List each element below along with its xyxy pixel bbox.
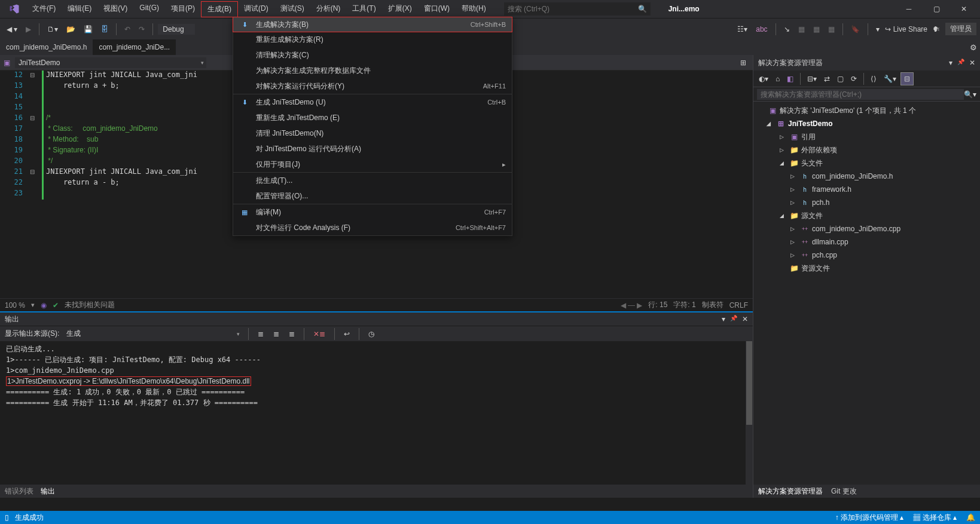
git-tab[interactable]: Git 更改 (831, 486, 857, 497)
pin-icon[interactable]: 📌 (730, 315, 737, 323)
output-tb3[interactable]: ≣ (286, 328, 298, 340)
se-wrench-icon[interactable]: 🔧▾ (881, 73, 899, 85)
tree-node[interactable]: ◢📁源文件 (753, 209, 980, 222)
tb-icon-a[interactable]: ☷▾ (734, 23, 750, 35)
menu-12[interactable]: 帮助(H) (456, 1, 492, 17)
menu-item[interactable]: 仅用于项目(J)▸ (233, 157, 512, 172)
menu-item[interactable]: ⬇生成解决方案(B)Ctrl+Shift+B (233, 17, 512, 32)
tab-header[interactable]: com_jnidemo_JniDemo.h (0, 39, 93, 55)
solution-config[interactable]: Debug (158, 24, 194, 35)
se-tb1[interactable]: ◐▾ (756, 73, 771, 85)
clock-icon[interactable]: ◷ (365, 328, 377, 340)
se-tb5[interactable]: ▢ (834, 73, 847, 85)
se-tb6[interactable]: ⟳ (848, 73, 860, 85)
tab-settings-icon[interactable]: ⚙ (967, 41, 980, 54)
tb-icon-d[interactable]: ▦ (795, 23, 808, 35)
tree-node[interactable]: ▷📁外部依赖项 (753, 143, 980, 157)
tab-cpp[interactable]: com_jnidemo_JniDe... (93, 39, 176, 55)
search-input[interactable] (508, 5, 638, 13)
menu-item[interactable]: 为解决方案生成完整程序数据库文件 (233, 63, 512, 78)
se-tb3[interactable]: ⊟▾ (804, 73, 820, 85)
redo-icon[interactable]: ↷ (136, 23, 148, 35)
tree-node[interactable]: ◢📁头文件 (753, 157, 980, 170)
se-tb8[interactable]: ⊟ (900, 72, 914, 85)
tb-icon-h[interactable]: ▾ (873, 23, 883, 35)
tree-node[interactable]: ▷hframework.h (753, 183, 980, 196)
output-dropdown-icon[interactable]: ▾ (722, 315, 725, 323)
zoom-label[interactable]: 100 % (5, 301, 25, 310)
se-home-icon[interactable]: ⌂ (773, 73, 783, 85)
tree-node[interactable]: ▷++pch.cpp (753, 249, 980, 262)
menu-4[interactable]: 项目(P) (165, 1, 201, 17)
menu-item[interactable]: 对解决方案运行代码分析(Y)Alt+F11 (233, 78, 512, 94)
menu-2[interactable]: 视图(V) (97, 1, 133, 17)
menu-5[interactable]: 生成(B) (201, 1, 238, 17)
solution-tree[interactable]: ▣解决方案 'JniTestDemo' (1 个项目，共 1 个 ◢⊞JniTe… (753, 102, 980, 485)
menu-0[interactable]: 文件(F) (26, 1, 62, 17)
menu-10[interactable]: 扩展(X) (382, 1, 418, 17)
clear-icon[interactable]: ✕≣ (310, 328, 328, 340)
search-bar[interactable]: 🔍 (504, 2, 651, 16)
output-close-icon[interactable]: ✕ (742, 315, 748, 323)
nav-fwd-icon[interactable]: ▶ (23, 23, 34, 35)
tree-node[interactable]: ▷hpch.h (753, 196, 980, 209)
feedback-icon[interactable]: 🗣 (930, 23, 943, 35)
menu-item[interactable]: ▦编译(M)Ctrl+F7 (233, 204, 512, 220)
se-tb7[interactable]: ⟨⟩ (868, 73, 880, 85)
menu-item[interactable]: 对 JniTestDemo 运行代码分析(A) (233, 141, 512, 157)
menu-9[interactable]: 工具(T) (346, 1, 381, 17)
tb-icon-f[interactable]: ▦ (825, 23, 838, 35)
nav-back-icon[interactable]: ◀ ▾ (4, 23, 20, 35)
menu-3[interactable]: Git(G) (133, 1, 165, 17)
menu-11[interactable]: 窗口(W) (418, 1, 456, 17)
tb-icon-e[interactable]: ▦ (810, 23, 823, 35)
tree-node[interactable]: ▷++com_jnidemo_JniDemo.cpp (753, 222, 980, 235)
menu-item[interactable]: ⬇生成 JniTestDemo (U)Ctrl+B (233, 94, 512, 110)
menu-item[interactable]: 重新生成 JniTestDemo (E) (233, 110, 512, 125)
split-icon[interactable]: ⊞ (737, 57, 749, 69)
save-icon[interactable]: 💾 (81, 23, 96, 35)
side-search-input[interactable] (757, 89, 964, 100)
src-control[interactable]: ↑ 添加到源代码管理 ▴ (835, 513, 904, 523)
tb-icon-g[interactable]: 🔖 (848, 23, 863, 35)
output-tab[interactable]: 输出 (41, 486, 55, 497)
tree-node[interactable]: ▷▣引用 (753, 130, 980, 143)
solution-root[interactable]: ▣解决方案 'JniTestDemo' (1 个项目，共 1 个 (753, 104, 980, 117)
menu-7[interactable]: 测试(S) (274, 1, 310, 17)
close-button[interactable]: ✕ (950, 0, 978, 18)
menu-6[interactable]: 调试(D) (238, 1, 274, 17)
se-tb2[interactable]: ◧ (784, 73, 796, 85)
menu-item[interactable]: 清理解决方案(C) (233, 47, 512, 63)
menu-item[interactable]: 清理 JniTestDemo(N) (233, 125, 512, 141)
side-search[interactable]: 🔍▾ (753, 87, 980, 102)
output-body[interactable]: 已启动生成...1>------ 已启动生成: 项目: JniTestDemo,… (0, 341, 753, 485)
tree-node[interactable]: ▷hcom_jnidemo_JniDemo.h (753, 170, 980, 183)
tree-node[interactable]: ▷++dllmain.cpp (753, 235, 980, 249)
wrap-icon[interactable]: ↩ (341, 328, 353, 340)
side-menu-icon[interactable]: ▾ (949, 59, 952, 67)
se-tab[interactable]: 解决方案资源管理器 (758, 486, 823, 497)
menu-1[interactable]: 编辑(E) (62, 1, 97, 17)
open-icon[interactable]: 📂 (63, 23, 78, 35)
undo-icon[interactable]: ↶ (121, 23, 133, 35)
project-node[interactable]: ◢⊞JniTestDemo (753, 117, 980, 130)
scope-combo[interactable]: JniTestDemo (15, 57, 206, 68)
notif-icon[interactable]: 🔔 (966, 513, 975, 522)
menu-item[interactable]: 重新生成解决方案(R) (233, 32, 512, 47)
tb-icon-b[interactable]: abc (753, 23, 770, 35)
output-tb2[interactable]: ≣ (270, 328, 282, 340)
maximize-button[interactable]: ▢ (923, 0, 950, 18)
menu-item[interactable]: 批生成(T)... (233, 173, 512, 188)
tree-node[interactable]: 📁资源文件 (753, 262, 980, 275)
output-tb1[interactable]: ≣ (255, 328, 267, 340)
new-icon[interactable]: 🗋▾ (44, 23, 61, 35)
menu-item[interactable]: 配置管理器(O)... (233, 188, 512, 204)
output-source-combo[interactable]: 生成 (63, 327, 242, 340)
tb-icon-c[interactable]: ↘ (781, 23, 793, 35)
menu-item[interactable]: 对文件运行 Code Analysis (F)Ctrl+Shift+Alt+F7 (233, 220, 512, 235)
saveall-icon[interactable]: 🗄 (98, 23, 111, 35)
side-pin-icon[interactable]: 📌 (957, 59, 964, 67)
repo-select[interactable]: ▦ 选择仓库 ▴ (913, 513, 957, 523)
errorlist-tab[interactable]: 错误列表 (5, 486, 33, 497)
live-share-button[interactable]: ↪ Live Share (885, 25, 927, 33)
